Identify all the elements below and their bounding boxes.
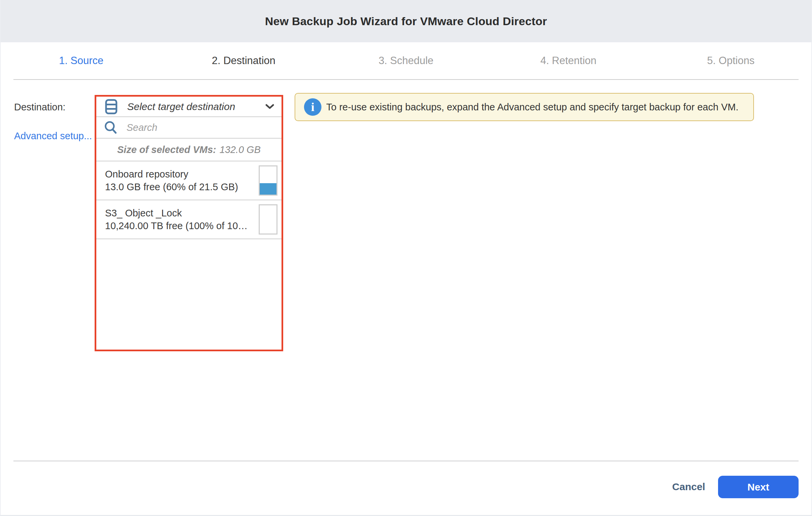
info-icon: i (304, 98, 321, 116)
next-button[interactable]: Next (718, 476, 799, 498)
size-label: Size of selected VMs: (117, 144, 216, 155)
step-retention: 4. Retention (487, 42, 649, 79)
repository-name: Onboard repository (105, 168, 251, 180)
steps-divider (13, 79, 799, 80)
cancel-button[interactable]: Cancel (663, 478, 715, 496)
search-icon (104, 120, 118, 135)
capacity-gauge (259, 165, 278, 196)
info-banner-text: To re-use existing backups, expand the A… (321, 102, 743, 113)
repository-option-onboard[interactable]: Onboard repository 13.0 GB free (60% of … (96, 161, 282, 200)
step-source[interactable]: 1. Source (0, 42, 163, 79)
repository-detail: 13.0 GB free (60% of 21.5 GB) (105, 180, 251, 193)
step-schedule: 3. Schedule (325, 42, 487, 79)
title-bar: New Backup Job Wizard for VMware Cloud D… (0, 0, 812, 42)
step-destination[interactable]: 2. Destination (163, 42, 325, 79)
size-value: 132.0 GB (220, 144, 261, 155)
page-title: New Backup Job Wizard for VMware Cloud D… (265, 15, 547, 28)
capacity-gauge (259, 204, 278, 234)
search-input[interactable] (126, 120, 275, 135)
repository-detail: 10,240.00 TB free (100% of 10… (105, 220, 251, 232)
database-icon (105, 99, 117, 114)
advanced-setup-link[interactable]: Advanced setup... (14, 131, 92, 142)
step-options: 5. Options (649, 42, 812, 79)
selected-destination-label: Select target destination (127, 101, 265, 112)
footer-divider (13, 461, 799, 461)
destination-dropdown-toggle[interactable]: Select target destination (96, 97, 282, 116)
selected-vms-size: Size of selected VMs: 132.0 GB (96, 139, 282, 161)
repository-option-s3-object-lock[interactable]: S3_ Object _Lock 10,240.00 TB free (100%… (96, 200, 282, 238)
info-banner: i To re-use existing backups, expand the… (295, 93, 754, 121)
wizard-steps: 1. Source 2. Destination 3. Schedule 4. … (0, 42, 812, 79)
destination-picker-panel: Select target destination Size of select… (95, 95, 283, 351)
capacity-gauge-fill (260, 183, 277, 195)
destination-label: Destination: (14, 102, 65, 113)
chevron-down-icon (265, 104, 274, 109)
search-row (96, 117, 282, 138)
repository-name: S3_ Object _Lock (105, 207, 251, 220)
picker-empty-area (96, 239, 282, 350)
